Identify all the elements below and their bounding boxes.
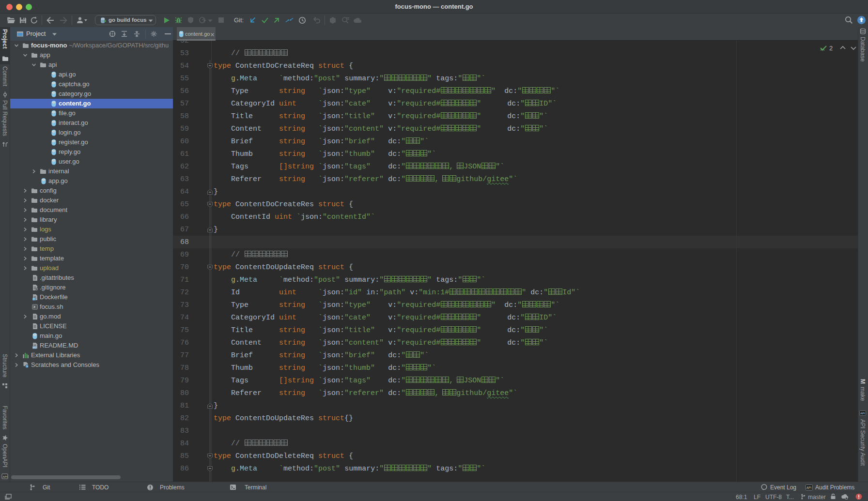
svg-text:MD: MD (33, 347, 37, 349)
svg-text:API: API (806, 486, 812, 489)
svg-text:API: API (861, 412, 866, 415)
svg-text:API: API (3, 475, 8, 478)
svg-text:D: D (33, 298, 35, 301)
